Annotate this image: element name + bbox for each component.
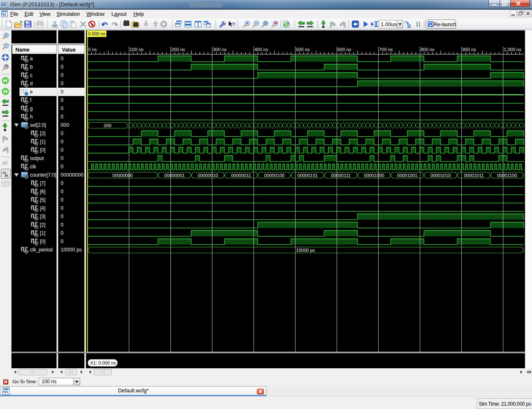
svg-text:0: 0 [61,81,64,86]
svg-text:0: 0 [61,89,64,95]
svg-text:0: 0 [61,214,64,219]
svg-text:Name: Name [15,47,30,53]
svg-text:0: 0 [61,64,64,70]
svg-text:0: 0 [61,56,64,62]
svg-text:0: 0 [61,180,64,186]
svg-text:e: e [30,89,33,95]
svg-text:[1]: [1] [40,230,45,236]
svg-text:clk_period: clk_period [30,247,53,253]
svg-text:00000001: 00000001 [165,173,185,178]
svg-text:700 ns: 700 ns [379,47,393,52]
svg-text:0: 0 [61,72,64,78]
svg-text:0: 0 [61,139,64,145]
svg-text:0: 0 [61,155,64,161]
svg-text:10000 ps: 10000 ps [61,247,82,253]
svg-text:00001000: 00001000 [364,173,384,178]
svg-text:[7]: [7] [40,180,45,186]
svg-text:00000000: 00000000 [61,172,84,178]
svg-text:sel[2:0]: sel[2:0] [30,122,46,128]
svg-text:[2]: [2] [40,222,45,228]
svg-text:10000 ps: 10000 ps [296,248,315,253]
svg-text:900 ns: 900 ns [462,47,476,52]
svg-text:0: 0 [61,230,64,236]
svg-text:[1]: [1] [40,139,45,145]
svg-text:800 ns: 800 ns [421,47,435,52]
svg-text:400 ns: 400 ns [254,47,268,52]
svg-text:00000101: 00000101 [298,173,318,178]
svg-text:0: 0 [61,239,64,244]
svg-text:500 ns: 500 ns [296,47,310,52]
svg-text:g: g [30,106,33,111]
svg-text:600 ns: 600 ns [337,47,352,52]
svg-text:00000100: 00000100 [264,173,285,178]
svg-text:0: 0 [61,222,64,228]
svg-text:00001100: 00001100 [497,173,517,178]
svg-text:00000011: 00000011 [231,173,251,178]
svg-text:0: 0 [61,164,64,170]
svg-text:0 ns: 0 ns [88,47,97,52]
svg-text:00000111: 00000111 [331,173,350,178]
svg-text:h: h [30,114,33,120]
svg-text:[0]: [0] [40,239,45,244]
svg-text:0: 0 [61,97,64,103]
svg-text:0: 0 [61,147,64,153]
svg-text:100 ns: 100 ns [130,47,144,52]
svg-text:d: d [30,81,33,86]
svg-text:0: 0 [61,197,64,203]
svg-text:0: 0 [61,106,64,111]
svg-text:[0]: [0] [40,147,45,153]
svg-text:[4]: [4] [40,205,45,211]
svg-text:00001011: 00001011 [464,173,484,178]
svg-text:0: 0 [61,189,64,195]
svg-text:counter[7:0]: counter[7:0] [30,172,56,178]
svg-text:[2]: [2] [40,131,45,136]
svg-text:200 ns: 200 ns [171,47,185,52]
svg-text:000: 000 [61,122,69,128]
svg-text:[3]: [3] [40,214,45,219]
svg-text:b: b [30,64,33,70]
svg-text:output: output [30,155,44,161]
svg-text:00000010: 00000010 [198,173,218,178]
svg-text:300 ns: 300 ns [213,47,227,52]
svg-text:0: 0 [61,114,64,120]
svg-text:c: c [30,72,32,78]
svg-text:1,000 ns: 1,000 ns [504,47,522,52]
svg-text:a: a [30,56,33,62]
svg-text:000: 000 [104,123,111,128]
svg-text:0: 0 [61,205,64,211]
svg-text:0.000 ns: 0.000 ns [88,31,106,36]
svg-text:[6]: [6] [40,189,45,195]
svg-text:0: 0 [61,131,64,136]
svg-text:00001010: 00001010 [431,173,451,178]
svg-text:?: ? [232,21,235,27]
svg-text:[5]: [5] [40,197,45,203]
svg-text:Value: Value [62,47,76,53]
svg-text:clk: clk [30,164,37,170]
svg-text:00001001: 00001001 [397,173,418,178]
svg-text:00000000: 00000000 [113,173,133,178]
